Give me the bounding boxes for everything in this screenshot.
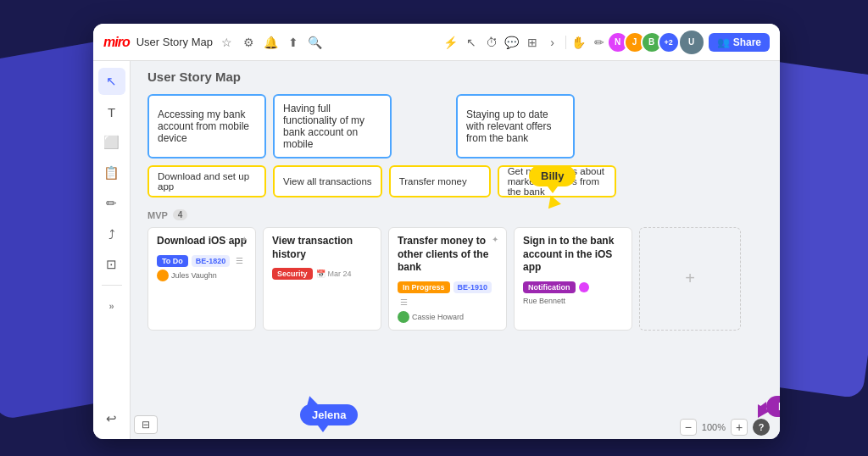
star-icon[interactable]: ☆: [220, 35, 235, 50]
usm-container: User Story Map Accessing my bank account…: [147, 70, 763, 414]
main-window: miro User Story Map ☆ ⚙ 🔔 ⬆ 🔍 ⚡ ↖ ⏱ 💬 ⊞ …: [93, 24, 780, 439]
bottombar: − 100% + ?: [168, 415, 780, 439]
sidebar-divider: [102, 285, 122, 286]
billy-bubble: Billy: [529, 165, 576, 186]
stories-row: Download and set up app View all transac…: [147, 165, 763, 197]
sidebar-toolbar: ↖ T ⬜ 📋 ✏ ⤴ ⊡ » ↩: [93, 61, 131, 439]
tool-undo[interactable]: ↩: [98, 405, 125, 432]
story-text-3: Transfer money: [399, 176, 467, 186]
task-1-icons: ⋯ ✦: [224, 233, 250, 245]
share-icon: 👥: [717, 36, 730, 48]
mvp-label: MVP 4: [147, 209, 763, 220]
tool-pen[interactable]: ✏: [98, 190, 125, 217]
story-card-2[interactable]: View all transactions: [273, 165, 382, 197]
tool-shape[interactable]: ⬜: [98, 129, 125, 156]
task-3-title: Transfer money to other clients of the b…: [398, 235, 498, 275]
task-card-1[interactable]: ⋯ ✦ Download iOS app To Do BE-1820 ☰ Jul…: [147, 227, 256, 331]
task-1-tag: BE-1820: [192, 255, 231, 267]
task-4-user-name: Rue Bennett: [523, 297, 565, 305]
task-3-footer: In Progress BE-1910 ☰: [398, 281, 498, 309]
billy-cursor-arrow: [544, 193, 561, 209]
billy-cursor-area: Billy: [546, 195, 559, 207]
timer-icon[interactable]: ⏱: [484, 35, 499, 50]
topbar-left: miro User Story Map ☆ ⚙ 🔔 ⬆ 🔍: [103, 35, 323, 50]
task-3-icon-more[interactable]: ✦: [489, 233, 501, 245]
epic-text-1: Accessing my bank account from mobile de…: [158, 108, 256, 144]
mvp-text: MVP: [147, 210, 168, 220]
upload-icon[interactable]: ⬆: [286, 35, 301, 50]
badge-notification: Notification: [523, 281, 576, 293]
epic-card-1[interactable]: Accessing my bank account from mobile de…: [147, 94, 266, 158]
story-card-3[interactable]: Transfer money: [389, 165, 491, 197]
tasks-row: ⋯ ✦ Download iOS app To Do BE-1820 ☰ Jul…: [147, 227, 763, 331]
share-button[interactable]: 👥 Share: [709, 33, 770, 52]
task-1-checklist-icon[interactable]: ☰: [233, 255, 245, 267]
zoom-value: 100%: [702, 422, 726, 432]
topbar: miro User Story Map ☆ ⚙ 🔔 ⬆ 🔍 ⚡ ↖ ⏱ 💬 ⊞ …: [93, 24, 780, 61]
badge-security: Security: [272, 268, 313, 280]
tool-connector[interactable]: ⤴: [98, 220, 125, 247]
task-2-footer: Security 📅 Mar 24: [272, 268, 372, 280]
task-2-date-val: Mar 24: [328, 270, 352, 278]
more-icon[interactable]: ›: [545, 35, 560, 50]
epics-row: Accessing my bank account from mobile de…: [147, 94, 763, 158]
story-text-1: Download and set up app: [158, 171, 256, 192]
avatar-count: +2: [658, 31, 680, 53]
task-add-button[interactable]: +: [639, 227, 741, 331]
chat-icon[interactable]: 💬: [504, 35, 520, 50]
story-card-1[interactable]: Download and set up app: [147, 165, 266, 197]
task-1-user-name: Jules Vaughn: [171, 271, 217, 280]
grid-icon[interactable]: ⊞: [525, 35, 540, 50]
task-1-icon-more[interactable]: ⋯: [224, 233, 236, 245]
usm-title: User Story Map: [147, 70, 763, 84]
search-icon[interactable]: 🔍: [308, 35, 323, 50]
topbar-right: ⚡ ↖ ⏱ 💬 ⊞ › ✋ ✏ N J B +2 U 👥 Share: [443, 31, 770, 54]
sidebar-toggle-button[interactable]: ⊟: [134, 415, 158, 434]
task-1-footer: To Do BE-1820 ☰: [157, 255, 247, 267]
share-label: Share: [733, 36, 761, 48]
jelena-cursor-area: Jelena: [304, 396, 318, 408]
board-title: User Story Map: [136, 36, 213, 48]
tool-sticky[interactable]: 📋: [98, 159, 125, 186]
task-3-checklist-icon[interactable]: ☰: [398, 297, 409, 309]
epic-card-2[interactable]: Having full functionality of my bank acc…: [273, 94, 392, 158]
bell-icon[interactable]: 🔔: [264, 35, 279, 50]
task-1-user: Jules Vaughn: [157, 270, 247, 281]
avatar-group: N J B +2: [612, 31, 680, 53]
badge-todo: To Do: [157, 255, 188, 267]
task-card-4[interactable]: Sign in to the bank account in the iOS a…: [514, 227, 632, 331]
tool-more[interactable]: »: [98, 292, 125, 320]
help-button[interactable]: ?: [753, 419, 770, 436]
zoom-plus-button[interactable]: +: [731, 419, 748, 436]
task-card-2[interactable]: View transaction history Security 📅 Mar …: [263, 227, 381, 331]
task-3-user-avatar: [398, 311, 409, 323]
zoom-minus-button[interactable]: −: [680, 419, 697, 436]
settings-icon[interactable]: ⚙: [242, 35, 257, 50]
epic-card-4[interactable]: Staying up to date with relevant offers …: [456, 94, 575, 158]
task-3-icons: ✦: [489, 233, 501, 245]
cursor-icon[interactable]: ↖: [464, 35, 479, 50]
lightning-icon[interactable]: ⚡: [443, 35, 459, 50]
task-4-footer: Notification Rue Bennett: [523, 281, 623, 305]
mvp-count: 4: [173, 209, 188, 220]
epic-text-2: Having full functionality of my bank acc…: [283, 103, 381, 150]
hand-icon[interactable]: ✋: [571, 35, 587, 50]
canvas-area[interactable]: User Story Map Accessing my bank account…: [131, 61, 780, 439]
task-2-date: 📅 Mar 24: [316, 270, 352, 278]
tool-text[interactable]: T: [98, 98, 125, 125]
tool-frame[interactable]: ⊡: [98, 251, 125, 278]
task-4-title: Sign in to the bank account in the iOS a…: [523, 235, 623, 275]
calendar-icon: 📅: [316, 270, 326, 278]
separator: [565, 36, 566, 49]
draw-icon[interactable]: ✏: [592, 35, 607, 50]
task-card-3[interactable]: ✦ Transfer money to other clients of the…: [388, 227, 507, 331]
tool-select[interactable]: ↖: [98, 68, 125, 95]
task-2-title: View transaction history: [272, 235, 372, 261]
task-3-tag: BE-1910: [453, 281, 492, 293]
avatar-self: U: [680, 31, 704, 54]
story-text-2: View all transactions: [283, 176, 372, 186]
epic-text-4: Staying up to date with relevant offers …: [466, 108, 565, 144]
task-1-icon-move[interactable]: ✦: [238, 233, 250, 245]
task-1-user-avatar: [157, 270, 169, 281]
task-4-user-avatar: [579, 282, 589, 292]
